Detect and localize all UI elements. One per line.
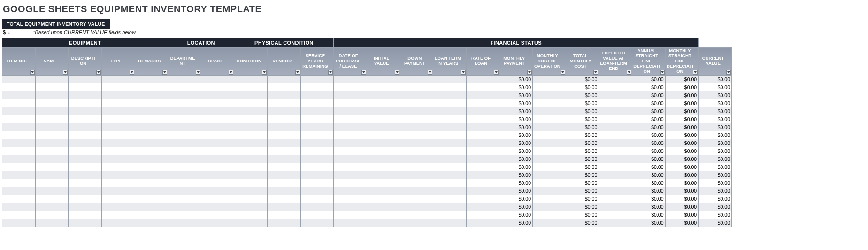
cell-rate[interactable]	[466, 115, 499, 123]
cell-item_no[interactable]	[2, 123, 36, 131]
cell-vendor[interactable]	[268, 115, 301, 123]
cell-rate[interactable]	[466, 131, 499, 139]
cell-name[interactable]	[35, 219, 69, 227]
cell-department[interactable]	[168, 131, 201, 139]
cell-name[interactable]	[35, 211, 69, 219]
cell-down_payment[interactable]	[400, 99, 433, 107]
cell-type[interactable]	[101, 107, 135, 115]
cell-type[interactable]	[101, 91, 135, 99]
cell-type[interactable]	[101, 115, 135, 123]
cell-item_no[interactable]	[2, 179, 36, 187]
cell-loan_term[interactable]	[433, 171, 467, 179]
cell-type[interactable]	[101, 131, 135, 139]
cell-monthly_payment[interactable]: $0.00	[499, 163, 533, 171]
cell-rate[interactable]	[466, 163, 499, 171]
cell-condition[interactable]	[234, 147, 268, 155]
cell-expected_end_value[interactable]	[599, 179, 632, 187]
cell-monthly_dep[interactable]: $0.00	[665, 163, 699, 171]
cell-monthly_dep[interactable]: $0.00	[665, 187, 699, 195]
cell-condition[interactable]	[234, 163, 268, 171]
filter-dropdown-icon[interactable]	[229, 70, 233, 75]
cell-loan_term[interactable]	[433, 107, 467, 115]
cell-rate[interactable]	[466, 155, 499, 163]
cell-loan_term[interactable]	[433, 195, 467, 203]
cell-down_payment[interactable]	[400, 155, 433, 163]
cell-total_monthly_cost[interactable]: $0.00	[566, 219, 599, 227]
cell-condition[interactable]	[234, 155, 268, 163]
cell-expected_end_value[interactable]	[599, 75, 632, 83]
cell-total_monthly_cost[interactable]: $0.00	[566, 211, 599, 219]
cell-remarks[interactable]	[135, 131, 168, 139]
cell-current_value[interactable]: $0.00	[699, 171, 732, 179]
cell-department[interactable]	[168, 203, 201, 211]
cell-rate[interactable]	[466, 139, 499, 147]
cell-total_monthly_cost[interactable]: $0.00	[566, 107, 599, 115]
cell-item_no[interactable]	[2, 75, 36, 83]
cell-monthly_op_cost[interactable]	[533, 83, 566, 91]
cell-vendor[interactable]	[268, 91, 301, 99]
cell-description[interactable]	[69, 99, 102, 107]
cell-department[interactable]	[168, 211, 201, 219]
cell-monthly_payment[interactable]: $0.00	[499, 195, 533, 203]
cell-remarks[interactable]	[135, 179, 168, 187]
cell-annual_dep[interactable]: $0.00	[632, 139, 665, 147]
cell-vendor[interactable]	[268, 211, 301, 219]
filter-dropdown-icon[interactable]	[693, 70, 698, 75]
cell-rate[interactable]	[466, 83, 499, 91]
cell-down_payment[interactable]	[400, 211, 433, 219]
cell-monthly_dep[interactable]: $0.00	[665, 123, 699, 131]
filter-dropdown-icon[interactable]	[527, 70, 532, 75]
cell-vendor[interactable]	[268, 99, 301, 107]
cell-description[interactable]	[69, 115, 102, 123]
cell-monthly_op_cost[interactable]	[533, 155, 566, 163]
cell-down_payment[interactable]	[400, 171, 433, 179]
cell-description[interactable]	[69, 171, 102, 179]
cell-down_payment[interactable]	[400, 107, 433, 115]
cell-remarks[interactable]	[135, 91, 168, 99]
cell-name[interactable]	[35, 147, 69, 155]
filter-dropdown-icon[interactable]	[461, 70, 466, 75]
cell-annual_dep[interactable]: $0.00	[632, 171, 665, 179]
cell-type[interactable]	[101, 163, 135, 171]
cell-current_value[interactable]: $0.00	[699, 187, 732, 195]
cell-remarks[interactable]	[135, 83, 168, 91]
cell-initial_value[interactable]	[367, 195, 400, 203]
cell-service_years[interactable]	[300, 91, 334, 99]
cell-type[interactable]	[101, 147, 135, 155]
cell-current_value[interactable]: $0.00	[699, 179, 732, 187]
cell-purchase_date[interactable]	[334, 203, 367, 211]
cell-initial_value[interactable]	[367, 155, 400, 163]
cell-department[interactable]	[168, 219, 201, 227]
cell-remarks[interactable]	[135, 139, 168, 147]
cell-loan_term[interactable]	[433, 203, 467, 211]
cell-item_no[interactable]	[2, 131, 36, 139]
cell-department[interactable]	[168, 91, 201, 99]
cell-initial_value[interactable]	[367, 203, 400, 211]
cell-total_monthly_cost[interactable]: $0.00	[566, 147, 599, 155]
cell-monthly_op_cost[interactable]	[533, 107, 566, 115]
cell-description[interactable]	[69, 179, 102, 187]
cell-monthly_op_cost[interactable]	[533, 163, 566, 171]
cell-description[interactable]	[69, 75, 102, 83]
cell-type[interactable]	[101, 211, 135, 219]
column-header-expected_end_value[interactable]: EXPECTED VALUE AT LOAN-TERM END	[599, 47, 632, 76]
cell-space[interactable]	[201, 195, 234, 203]
cell-monthly_payment[interactable]: $0.00	[499, 91, 533, 99]
cell-expected_end_value[interactable]	[599, 203, 632, 211]
cell-expected_end_value[interactable]	[599, 219, 632, 227]
cell-rate[interactable]	[466, 211, 499, 219]
cell-name[interactable]	[35, 91, 69, 99]
cell-vendor[interactable]	[268, 187, 301, 195]
cell-purchase_date[interactable]	[334, 147, 367, 155]
cell-total_monthly_cost[interactable]: $0.00	[566, 75, 599, 83]
cell-monthly_payment[interactable]: $0.00	[499, 115, 533, 123]
cell-initial_value[interactable]	[367, 147, 400, 155]
cell-type[interactable]	[101, 75, 135, 83]
cell-purchase_date[interactable]	[334, 115, 367, 123]
column-header-department[interactable]: DEPARTMENT	[168, 47, 201, 76]
cell-space[interactable]	[201, 131, 234, 139]
cell-total_monthly_cost[interactable]: $0.00	[566, 171, 599, 179]
cell-rate[interactable]	[466, 123, 499, 131]
cell-annual_dep[interactable]: $0.00	[632, 107, 665, 115]
cell-initial_value[interactable]	[367, 139, 400, 147]
